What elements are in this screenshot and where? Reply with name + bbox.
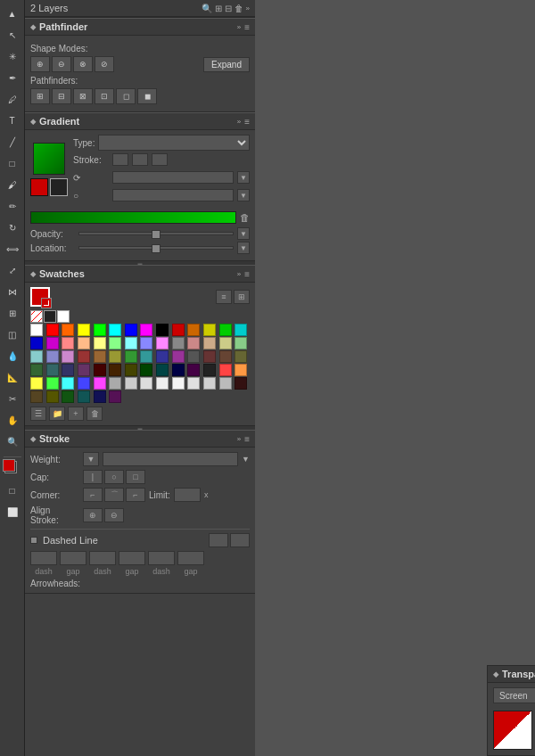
swatch-none[interactable] [30, 310, 43, 323]
fill-color-box[interactable] [30, 178, 48, 196]
layers-sub-icon[interactable]: ⊟ [225, 4, 232, 13]
swatch-cell[interactable] [235, 377, 247, 390]
swatch-cell[interactable] [94, 390, 106, 403]
round-cap-btn[interactable]: ○ [104, 470, 124, 484]
square-cap-btn[interactable]: □ [126, 470, 145, 484]
swatch-cell[interactable] [172, 324, 185, 336]
trim-btn[interactable]: ⊟ [52, 88, 71, 104]
swatch-cell[interactable] [219, 324, 232, 336]
gradient-trash-icon[interactable]: 🗑 [240, 212, 250, 223]
swatch-cell[interactable] [125, 324, 137, 336]
inside-align-btn[interactable]: ⊖ [104, 508, 124, 522]
swatch-cell[interactable] [30, 364, 43, 376]
swatch-cell[interactable] [62, 324, 74, 336]
minus-back-btn[interactable]: ◼ [137, 88, 157, 104]
gradient-preview[interactable] [33, 143, 65, 175]
swatches-collapse[interactable]: » [237, 270, 241, 278]
measure-tool[interactable]: 📐 [3, 367, 22, 387]
stroke-btn-3[interactable] [152, 153, 168, 166]
swatch-cell[interactable] [62, 337, 74, 349]
swatch-cell[interactable] [46, 337, 59, 349]
gradient-bar[interactable] [30, 211, 236, 224]
swatch-cell[interactable] [46, 350, 59, 363]
swatch-cell[interactable] [219, 364, 232, 376]
swatch-cell[interactable] [140, 350, 152, 363]
swatch-new-btn[interactable]: + [68, 407, 84, 421]
swatch-cell[interactable] [203, 350, 216, 363]
weight-arrow[interactable]: ▼ [242, 455, 250, 464]
round-join-btn[interactable]: ⌒ [104, 488, 124, 502]
swatch-cell[interactable] [187, 337, 200, 349]
gap-1-input[interactable] [60, 551, 86, 565]
selection-tool[interactable]: ▲ [3, 4, 22, 23]
location-thumb[interactable] [152, 244, 160, 253]
layers-panel-collapse[interactable]: » [246, 4, 250, 12]
swatch-cell[interactable] [109, 377, 121, 390]
opacity-slider[interactable] [78, 232, 234, 235]
slice-tool[interactable]: ✂ [3, 389, 22, 408]
swatch-cell[interactable] [172, 377, 185, 390]
weight-input[interactable] [103, 452, 238, 466]
angle-input[interactable] [112, 171, 234, 184]
dash-2-input[interactable] [89, 551, 116, 565]
swatch-cell[interactable] [94, 377, 106, 390]
swatch-cell[interactable] [203, 324, 216, 336]
blend-mode-select[interactable]: Screen [493, 687, 535, 703]
swatch-cell[interactable] [94, 337, 106, 349]
swatch-cell[interactable] [125, 337, 137, 349]
swatch-cell[interactable] [109, 364, 121, 376]
swatch-cell[interactable] [78, 324, 90, 336]
swatch-cell[interactable] [140, 337, 152, 349]
swatch-cell[interactable] [30, 350, 43, 363]
angle-dropdown[interactable]: ▼ [237, 171, 250, 184]
swatch-cell[interactable] [235, 337, 247, 349]
layers-add-icon[interactable]: ⊞ [215, 4, 222, 13]
swatch-cell[interactable] [172, 337, 185, 349]
location-slider[interactable] [78, 246, 234, 250]
layers-delete-icon[interactable]: 🗑 [235, 4, 243, 13]
dash-corner-btn-1[interactable] [209, 533, 228, 547]
divide-btn[interactable]: ⊞ [30, 88, 50, 104]
gradient-tool[interactable]: ◫ [3, 325, 22, 344]
swatch-cell[interactable] [30, 377, 43, 390]
paint-brush-tool[interactable]: 🖌 [3, 175, 22, 194]
swatch-cell[interactable] [203, 377, 216, 390]
swatches-current-fill[interactable] [30, 287, 50, 307]
blend-tool[interactable]: ⋈ [3, 282, 22, 301]
swatch-cell[interactable] [156, 350, 169, 363]
zoom-tool[interactable]: 🔍 [3, 431, 22, 451]
aspect-dropdown[interactable]: ▼ [237, 189, 250, 201]
pencil-tool[interactable]: ✏ [3, 196, 22, 216]
expand-btn[interactable]: Expand [203, 57, 250, 72]
swatch-cell[interactable] [62, 364, 74, 376]
rotate-tool[interactable]: ↻ [3, 218, 22, 237]
swatch-cell[interactable] [62, 390, 74, 403]
swatch-cell[interactable] [156, 364, 169, 376]
reflect-tool[interactable]: ⟺ [3, 239, 22, 259]
swatch-cell[interactable] [219, 377, 232, 390]
drawing-modes[interactable]: □ [3, 481, 22, 500]
swatch-cell[interactable] [94, 324, 106, 336]
type-tool[interactable]: T [3, 111, 22, 130]
rect-tool[interactable]: □ [3, 153, 22, 173]
swatch-cell[interactable] [62, 350, 74, 363]
dash-corner-btn-2[interactable] [230, 533, 250, 547]
swatch-cell[interactable] [109, 350, 121, 363]
swatch-cell[interactable] [30, 390, 43, 403]
dash-1-input[interactable] [30, 551, 57, 565]
weight-type-btn[interactable]: ▼ [83, 452, 99, 466]
pathfinder-collapse[interactable]: » [237, 23, 241, 31]
opacity-thumb[interactable] [152, 230, 160, 239]
bevel-join-btn[interactable]: ⌐ [126, 488, 145, 502]
swatch-cell[interactable] [156, 324, 169, 336]
swatch-cell[interactable] [172, 364, 185, 376]
swatch-cell[interactable] [219, 337, 232, 349]
stroke-color-box[interactable] [50, 178, 68, 196]
swatch-cell[interactable] [235, 324, 247, 336]
swatch-cell[interactable] [30, 324, 43, 336]
swatch-cell[interactable] [94, 364, 106, 376]
swatch-cell[interactable] [78, 350, 90, 363]
swatch-cell[interactable] [46, 390, 59, 403]
stroke-btn-2[interactable] [132, 153, 148, 166]
swatch-cell[interactable] [46, 377, 59, 390]
